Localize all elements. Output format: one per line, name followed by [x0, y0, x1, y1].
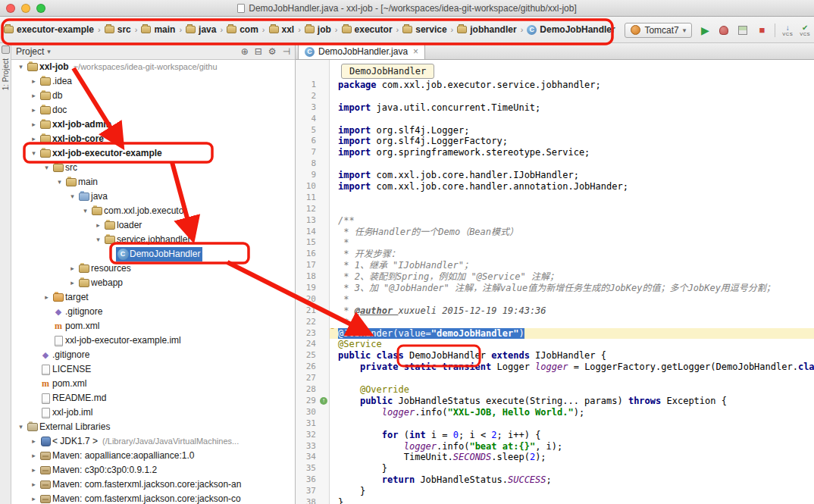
code-line-9[interactable]: 9import com.xxl.job.core.handler.IJobHan… [296, 170, 814, 181]
gutter-marker-zone[interactable] [319, 463, 330, 474]
gutter-marker-zone[interactable] [319, 474, 330, 486]
code-text[interactable]: * 3、加 "@JobHander" 注解，注解value值为新增任务生成的Jo… [330, 283, 814, 294]
code-text[interactable]: * 2、装配到Spring，例如加 "@Service" 注解； [330, 271, 814, 283]
code-line-22[interactable]: 22 */ [296, 317, 814, 328]
code-line-20[interactable]: 20 * [296, 294, 814, 305]
tree-expand-arrow[interactable]: ▸ [29, 89, 39, 103]
tree-item-webapp[interactable]: ▸webapp [11, 276, 295, 290]
code-line-8[interactable]: 8 [296, 158, 814, 170]
tree-item-idea[interactable]: ▸.idea [11, 74, 295, 89]
tree-item-target[interactable]: ▸target [11, 290, 295, 305]
tree-expand-arrow[interactable]: ▾ [16, 420, 26, 434]
gutter-marker-zone[interactable] [319, 125, 330, 136]
tree-expand-arrow[interactable]: ▸ [29, 463, 39, 477]
breadcrumb-item-executor-example[interactable]: executor-example [2, 23, 96, 36]
code-line-34[interactable]: 34 TimeUnit.SECONDS.sleep(2); [296, 452, 814, 463]
code-text[interactable]: public class DemoJobHandler extends IJob… [330, 350, 814, 362]
code-line-10[interactable]: 10import com.xxl.job.core.handler.annota… [296, 181, 814, 193]
line-number[interactable]: 21 [296, 305, 319, 317]
line-number[interactable]: 36 [296, 474, 319, 486]
line-number[interactable]: 10 [296, 181, 319, 193]
tree-expand-arrow[interactable]: ▸ [29, 477, 39, 492]
intention-bulb-icon[interactable] [330, 328, 336, 329]
code-text[interactable]: logger.info("beat at:{}", i); [330, 441, 814, 452]
code-line-30[interactable]: 30 logger.info("XXL-JOB, Hello World."); [296, 407, 814, 418]
code-text[interactable] [330, 114, 814, 125]
tree-expand-arrow[interactable]: ▸ [29, 449, 39, 463]
tree-expand-arrow[interactable]: ▸ [67, 276, 77, 290]
gutter-marker-zone[interactable] [319, 294, 330, 305]
line-number[interactable]: 11 [296, 193, 319, 204]
gutter-marker-zone[interactable] [319, 136, 330, 147]
code-text[interactable] [330, 204, 814, 215]
code-line-6[interactable]: 6import org.slf4j.LoggerFactory; [296, 136, 814, 147]
tree-expand-arrow[interactable]: ▸ [29, 103, 39, 117]
gutter-marker-zone[interactable] [319, 193, 330, 204]
debug-button[interactable] [718, 24, 730, 36]
code-text[interactable] [330, 158, 814, 170]
override-method-icon[interactable]: ↑ [320, 397, 327, 405]
line-number[interactable]: 1 [296, 80, 319, 91]
code-text[interactable]: * 任务Handler的一个Demo（Bean模式） [330, 227, 814, 238]
tree-expand-arrow[interactable]: ▸ [29, 434, 39, 449]
gutter-marker-zone[interactable] [319, 249, 330, 260]
line-number[interactable]: 20 [296, 294, 319, 305]
line-number[interactable]: 37 [296, 486, 319, 497]
line-number[interactable]: 18 [296, 271, 319, 283]
code-text[interactable]: @JobHander(value="demoJobHandler") [330, 328, 814, 340]
code-line-15[interactable]: 15 * [296, 237, 814, 249]
breadcrumb-item-src[interactable]: src [102, 23, 133, 36]
code-text[interactable] [330, 418, 814, 430]
collapse-all-icon[interactable]: ⊟ [255, 46, 262, 57]
code-line-21[interactable]: 21 * @author xuxueli 2015-12-19 19:43:36 [296, 305, 814, 317]
line-number[interactable]: 13 [296, 215, 319, 227]
stop-button[interactable]: ■ [756, 24, 768, 36]
editor-body[interactable]: DemoJobHandler 1package com.xxl.job.exec… [296, 60, 814, 504]
code-text[interactable] [330, 193, 814, 204]
breadcrumb-item-main[interactable]: main [139, 23, 177, 36]
tree-item-gitignore[interactable]: ◆.gitignore [11, 305, 295, 319]
gutter-marker-zone[interactable] [319, 305, 330, 317]
code-line-27[interactable]: 27 [296, 373, 814, 384]
line-number[interactable]: 8 [296, 158, 319, 170]
close-tab-icon[interactable]: × [413, 46, 418, 57]
tree-item-jdk1-7[interactable]: ▸< JDK1.7 >(/Library/Java/JavaVirtualMac… [11, 434, 295, 449]
gutter-marker-zone[interactable] [319, 91, 330, 102]
tree-item-doc[interactable]: ▸doc [11, 103, 295, 117]
code-line-11[interactable]: 11 [296, 193, 814, 204]
code-text[interactable]: for (int i = 0; i < 2; i++) { [330, 430, 814, 441]
code-line-19[interactable]: 19 * 3、加 "@JobHander" 注解，注解value值为新增任务生成… [296, 283, 814, 294]
line-number[interactable]: 31 [296, 418, 319, 430]
gutter-marker-zone[interactable] [319, 384, 330, 396]
code-text[interactable]: private static transient Logger logger =… [330, 362, 814, 373]
code-line-3[interactable]: 3import java.util.concurrent.TimeUnit; [296, 102, 814, 114]
gutter-marker-zone[interactable] [319, 147, 330, 158]
line-number[interactable]: 15 [296, 237, 319, 249]
gutter-marker-zone[interactable] [319, 260, 330, 271]
vcs-update-icon[interactable]: ↓ VCS [782, 24, 793, 36]
code-text[interactable]: */ [330, 317, 814, 328]
breadcrumb-item-jobhandler[interactable]: jobhandler [455, 23, 518, 36]
tree-expand-arrow[interactable]: ▸ [67, 261, 77, 276]
project-tool-window-icon[interactable] [2, 45, 10, 54]
gutter-marker-zone[interactable] [319, 497, 330, 504]
code-text[interactable]: } [330, 497, 814, 504]
code-line-26[interactable]: 26 private static transient Logger logge… [296, 362, 814, 373]
gutter-marker-zone[interactable] [319, 350, 330, 362]
tree-item-xxl-job[interactable]: ▾xxl-job~/workspaces/idea-git-workspace/… [11, 60, 295, 74]
breadcrumb-item-java[interactable]: java [183, 23, 218, 36]
line-number[interactable]: 38 [296, 497, 319, 504]
code-line-32[interactable]: 32 for (int i = 0; i < 2; i++) { [296, 430, 814, 441]
line-number[interactable]: 2 [296, 91, 319, 102]
tree-item-xxl-job-core[interactable]: ▸xxl-job-core [11, 132, 295, 146]
editor-breadcrumb-chip[interactable]: DemoJobHandler [341, 64, 434, 79]
code-text[interactable]: import org.springframework.stereotype.Se… [330, 147, 814, 158]
gutter-marker-zone[interactable] [319, 418, 330, 430]
gutter-marker-zone[interactable] [319, 283, 330, 294]
gutter-marker-zone[interactable] [319, 430, 330, 441]
line-number[interactable]: 23 [296, 328, 319, 340]
gutter-marker-zone[interactable] [319, 317, 330, 328]
tree-expand-arrow[interactable]: ▾ [93, 233, 103, 247]
code-text[interactable]: @Service [330, 339, 814, 350]
breadcrumb-item-job[interactable]: job [302, 23, 333, 36]
